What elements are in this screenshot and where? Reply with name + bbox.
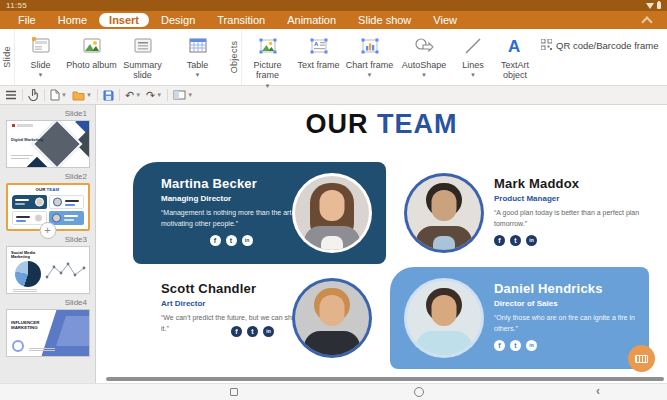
- text-frame-icon: A: [308, 34, 330, 58]
- chevron-down-icon: ▼: [367, 72, 373, 78]
- team-card-scott-chandler[interactable]: Scott Chandler Art Director “We can’t pr…: [133, 267, 386, 369]
- linkedin-icon: in: [263, 326, 274, 337]
- team-card-martina-becker[interactable]: Martina Becker Managing Director “Manage…: [133, 162, 386, 264]
- member-photo: [404, 278, 484, 358]
- menu-transition[interactable]: Transition: [207, 13, 275, 27]
- slide-icon: [30, 34, 52, 58]
- chevron-down-icon: ▼: [135, 92, 141, 98]
- touch-mode-button[interactable]: [28, 89, 39, 101]
- collapse-ribbon-icon[interactable]: [641, 16, 652, 27]
- member-name: Mark Maddox: [494, 176, 646, 191]
- member-name: Daniel Hendricks: [494, 281, 646, 296]
- slide1-label: Slide1: [0, 109, 95, 118]
- qr-code-icon: [541, 39, 552, 52]
- keyboard-icon: [635, 355, 648, 363]
- wifi-icon: [646, 3, 654, 9]
- menu-slideshow[interactable]: Slide show: [348, 13, 421, 27]
- lines-button[interactable]: Lines ▼: [453, 32, 493, 78]
- menu-animation[interactable]: Animation: [277, 13, 346, 27]
- recents-icon[interactable]: [230, 388, 238, 396]
- slide4-label: Slide4: [0, 298, 95, 307]
- insert-ribbon: Slide Slide ▼ Photo album Summary s: [0, 29, 667, 86]
- chevron-down-icon: ▼: [187, 92, 193, 98]
- floating-keyboard-button[interactable]: [628, 345, 655, 372]
- thumb-pie-chart: [15, 261, 41, 287]
- member-role: Art Director: [161, 299, 313, 308]
- menu-view[interactable]: View: [423, 13, 467, 27]
- ribbon-group-tab-slide[interactable]: Slide: [0, 29, 15, 85]
- logo-badge: [12, 124, 15, 127]
- new-document-button[interactable]: ▼: [50, 89, 67, 101]
- save-button[interactable]: [103, 90, 114, 101]
- qr-barcode-frame-button[interactable]: QR code/Barcode frame: [541, 39, 658, 52]
- add-slide-button[interactable]: +: [39, 222, 56, 239]
- chevron-down-icon: ▼: [470, 72, 476, 78]
- textart-icon: A: [504, 34, 526, 58]
- twitter-icon: t: [247, 326, 258, 337]
- open-file-button[interactable]: ▼: [72, 90, 92, 101]
- slide2-thumbnail-selected[interactable]: OUR TEAM +: [5, 183, 91, 231]
- ribbon-group-tab-objects[interactable]: Objects: [227, 29, 242, 85]
- menu-home[interactable]: Home: [48, 13, 97, 27]
- svg-text:A: A: [314, 41, 319, 47]
- chevron-down-icon: ▼: [265, 83, 271, 89]
- team-cards-grid: Martina Becker Managing Director “Manage…: [133, 162, 649, 369]
- chevron-down-icon: ▼: [38, 72, 44, 78]
- slide-title: OUR TEAM: [96, 109, 667, 140]
- chevron-down-icon: ▼: [156, 92, 162, 98]
- photo-album-button[interactable]: Photo album: [66, 32, 117, 70]
- member-role: Director of Sales: [494, 299, 646, 308]
- home-icon[interactable]: [414, 387, 424, 397]
- facebook-icon: f: [494, 340, 505, 351]
- summary-slide-icon: [132, 34, 154, 58]
- team-card-mark-maddox[interactable]: Mark Maddox Product Manager “A good plan…: [390, 162, 649, 264]
- summary-slide-button[interactable]: Summary slide: [117, 32, 168, 81]
- photo-album-icon: [81, 34, 103, 58]
- slide3-thumbnail[interactable]: Social Media Marketing: [5, 246, 91, 294]
- insert-table-button[interactable]: Table ▼: [172, 32, 223, 78]
- android-navigation-bar: ‹: [0, 383, 667, 400]
- battery-icon: [657, 2, 661, 9]
- linkedin-icon: in: [526, 340, 537, 351]
- picture-frame-button[interactable]: Picture frame ▼: [242, 32, 293, 89]
- display-mode-button[interactable]: ▼: [173, 90, 193, 101]
- menu-design[interactable]: Design: [151, 13, 205, 27]
- twitter-icon: t: [510, 235, 521, 246]
- member-role: Product Manager: [494, 194, 646, 203]
- member-quote: “A good plan today is better than a perf…: [494, 208, 646, 230]
- lines-icon: [462, 34, 484, 58]
- slide-canvas[interactable]: OUR TEAM Martina Becker Managing Directo…: [96, 105, 667, 383]
- redo-button[interactable]: ↷▼: [146, 90, 162, 101]
- slide4-thumbnail[interactable]: INFLUENCER MARKETING: [5, 309, 91, 357]
- thumb-line-chart: [45, 259, 87, 289]
- horizontal-scrollbar[interactable]: [106, 377, 664, 381]
- chevron-down-icon: ▼: [86, 92, 92, 98]
- slide1-thumbnail[interactable]: Digital Marketing: [5, 120, 91, 168]
- picture-frame-icon: [257, 34, 279, 58]
- facebook-icon: f: [210, 235, 221, 246]
- undo-button[interactable]: ↶▼: [125, 90, 141, 101]
- menu-insert[interactable]: Insert: [99, 13, 149, 27]
- member-photo: [292, 278, 372, 358]
- facebook-icon: f: [231, 326, 242, 337]
- menu-drawer-button[interactable]: [5, 90, 17, 100]
- linkedin-icon: in: [242, 235, 253, 246]
- textart-object-button[interactable]: A TextArt object: [493, 32, 537, 81]
- menu-bar: File Home Insert Design Transition Anima…: [0, 11, 667, 29]
- svg-text:A: A: [508, 37, 520, 56]
- wps-presentation-app: 11:55 File Home Insert Design Transition…: [0, 0, 667, 400]
- table-icon: [187, 34, 209, 58]
- back-icon[interactable]: ‹: [596, 384, 600, 398]
- autoshape-button[interactable]: AutoShape ▼: [395, 32, 453, 78]
- member-role: Managing Director: [161, 194, 313, 203]
- clock: 11:55: [6, 1, 27, 10]
- chevron-down-icon: ▼: [421, 72, 427, 78]
- facebook-icon: f: [494, 235, 505, 246]
- chevron-down-icon: ▼: [61, 92, 67, 98]
- twitter-icon: t: [226, 235, 237, 246]
- team-card-daniel-hendricks[interactable]: Daniel Hendricks Director of Sales “Only…: [390, 267, 649, 369]
- insert-slide-button[interactable]: Slide ▼: [15, 32, 66, 78]
- menu-file[interactable]: File: [8, 13, 46, 27]
- chart-frame-button[interactable]: Chart frame ▼: [344, 32, 395, 78]
- text-frame-button[interactable]: A Text frame: [293, 32, 344, 70]
